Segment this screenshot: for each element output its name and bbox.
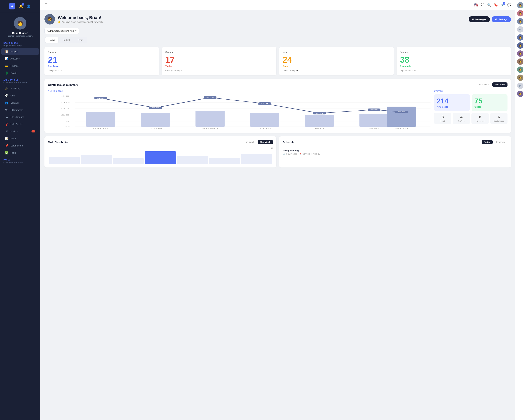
task-this-week-tab[interactable]: This Week (258, 140, 273, 144)
right-avatar-placeholder[interactable]: M (517, 26, 524, 33)
chat-bubble-icon[interactable]: 💬 (507, 3, 511, 7)
sidebar-item-ecommerce[interactable]: 🛍 ECommerce › (1, 107, 39, 113)
reopened-label: Re-opened (476, 120, 484, 122)
bar (177, 156, 208, 164)
right-avatar[interactable]: 🧑 (517, 66, 524, 73)
pages-section-sub: Custom made page designs (0, 161, 40, 165)
new-issues-number: 214 (437, 97, 467, 105)
svg-text:Thu: Thu (258, 128, 272, 129)
bar (81, 155, 112, 164)
tab-team[interactable]: Team (74, 37, 87, 43)
sidebar-item-chat[interactable]: 💬 Chat (1, 92, 39, 99)
chevron-down-icon: ▾ (75, 29, 76, 32)
svg-rect-16 (305, 115, 334, 127)
sidebar-item-filemanager[interactable]: ☁ File Manager (1, 113, 39, 120)
tasks-icon: ✅ (5, 151, 8, 155)
wont-fix-label: Won't Fix (458, 120, 465, 122)
sidebar-item-contacts[interactable]: 👥 Contacts (1, 99, 39, 106)
cart-badge: 5 (503, 2, 506, 5)
sidebar-item-mailbox[interactable]: ✉ Mailbox 27 (1, 128, 39, 135)
contacts-icon: 👥 (5, 101, 8, 104)
app-logo-icon[interactable]: ◈ (9, 3, 15, 9)
sidebar-item-notes[interactable]: 📝 Notes (1, 135, 39, 142)
stat-card-title: Overdue (165, 51, 174, 53)
chart-container: 45 36 27 18 9 0 (48, 94, 431, 129)
right-avatar[interactable]: 🧑 (517, 18, 524, 25)
sidebar-item-crypto[interactable]: 💲 Crypto (1, 70, 39, 76)
sidebar-item-finance[interactable]: 💳 Finance (1, 63, 39, 69)
welcome-subtext: 🔔 You have 2 new messages and 15 new tas… (58, 21, 103, 23)
stat-footer: Closed today: 19 (283, 69, 390, 72)
right-avatar[interactable]: 🧑 (517, 2, 524, 8)
stat-label: Tasks (165, 65, 273, 67)
stat-card-issues: Issues ··· 24 Open Closed today: 19 (279, 47, 394, 75)
svg-text:27: 27 (61, 108, 70, 110)
last-week-tab[interactable]: Last Week (477, 83, 491, 87)
right-avatar-placeholder[interactable]: M (517, 83, 524, 89)
messages-button[interactable]: ✉ Messages (469, 16, 490, 22)
welcome-header: 🧑 Welcome back, Brian! 🔔 You have 2 new … (45, 14, 511, 25)
user-circle-icon[interactable]: 👤 (26, 3, 31, 9)
sidebar-item-label: Scrumboard (10, 144, 23, 147)
more-options-icon[interactable]: ··· (152, 50, 155, 54)
tab-budget[interactable]: Budget (59, 37, 73, 43)
topbar: ☰ 🇺🇸 ⛶ 🔍 🔖 🛒 5 💬 (40, 0, 515, 10)
github-issues-section: Github Issues Summary Last Week This Wee… (45, 79, 511, 133)
task-last-week-tab[interactable]: Last Week (242, 140, 257, 144)
github-section-title: Github Issues Summary (48, 83, 78, 86)
sidebar-item-academy[interactable]: 🎓 Academy (1, 85, 39, 92)
menu-icon[interactable]: ☰ (45, 3, 47, 7)
language-flag-icon[interactable]: 🇺🇸 (474, 3, 478, 7)
right-avatar[interactable]: 🧑 (517, 75, 524, 81)
svg-text:22: 22 (397, 111, 405, 113)
right-avatar[interactable]: 🧑 (517, 34, 524, 41)
schedule-location: 📍 Conference room 1B (299, 153, 320, 155)
settings-button[interactable]: ⚙ Settings (492, 16, 511, 22)
today-tab[interactable]: Today (482, 140, 493, 144)
bookmark-icon[interactable]: 🔖 (494, 3, 498, 7)
user-email: hughes.brian@company.com (8, 35, 33, 37)
sidebar-item-project[interactable]: 📋 Project (1, 48, 39, 55)
mailbox-icon: ✉ (5, 130, 8, 133)
sidebar-item-tasks[interactable]: ✅ Tasks (1, 149, 39, 156)
project-selector[interactable]: ACME Corp. Backend App ▾ (45, 28, 79, 34)
envelope-icon: ✉ (472, 18, 474, 21)
more-options-icon[interactable]: ··· (504, 50, 507, 54)
stat-label: Due Tasks (48, 65, 156, 67)
right-avatar[interactable]: 🧑 (517, 50, 524, 57)
right-avatar[interactable]: 🧑 (517, 42, 524, 49)
sidebar-item-label: ECommerce (10, 109, 23, 111)
schedule-item-meta: 🕐 in 32 minutes 📍 Conference room 1B (283, 153, 320, 155)
notifications-icon[interactable]: 🔔 3 (18, 3, 24, 9)
gear-icon: ⚙ (495, 18, 497, 21)
schedule-header: Schedule Today Tomorrow (283, 140, 507, 144)
svg-text:Mon: Mon (93, 128, 109, 129)
sidebar-item-label: File Manager (10, 116, 24, 118)
new-issues-label: New Issues (437, 106, 467, 108)
applications-section-label: APPLICATIONS (0, 77, 40, 82)
sidebar-item-label: Chat (10, 94, 15, 97)
tomorrow-tab[interactable]: Tomorrow (493, 140, 507, 144)
svg-text:25: 25 (370, 109, 378, 111)
more-options-icon[interactable]: ··· (270, 50, 273, 54)
more-options-icon[interactable]: ··· (387, 50, 390, 54)
svg-text:Fri: Fri (315, 128, 324, 129)
needs-triage-label: Needs Triage (494, 120, 504, 122)
chevron-right-icon: › (35, 123, 35, 125)
stat-number: 21 (48, 56, 156, 64)
svg-text:18: 18 (61, 114, 70, 116)
this-week-tab[interactable]: This Week (492, 83, 507, 87)
right-avatar[interactable]: 🧑 (517, 10, 524, 17)
shopping-cart-icon[interactable]: 🛒 5 (500, 3, 504, 7)
fullscreen-icon[interactable]: ⛶ (481, 3, 484, 7)
sidebar-item-scrumboard[interactable]: 📌 Scrumboard (1, 142, 39, 149)
sidebar-item-helpcenter[interactable]: ❓ Help Center › (1, 121, 39, 128)
tab-home[interactable]: Home (45, 37, 58, 43)
right-avatar[interactable]: 🧑 (517, 58, 524, 65)
svg-rect-18 (387, 107, 416, 127)
search-icon[interactable]: 🔍 (487, 3, 491, 7)
svg-rect-15 (250, 113, 279, 127)
sidebar-item-analytics[interactable]: 📊 Analytics (1, 55, 39, 62)
right-avatar[interactable]: 🧑 (517, 91, 524, 97)
chevron-right-icon[interactable]: › (507, 150, 507, 154)
